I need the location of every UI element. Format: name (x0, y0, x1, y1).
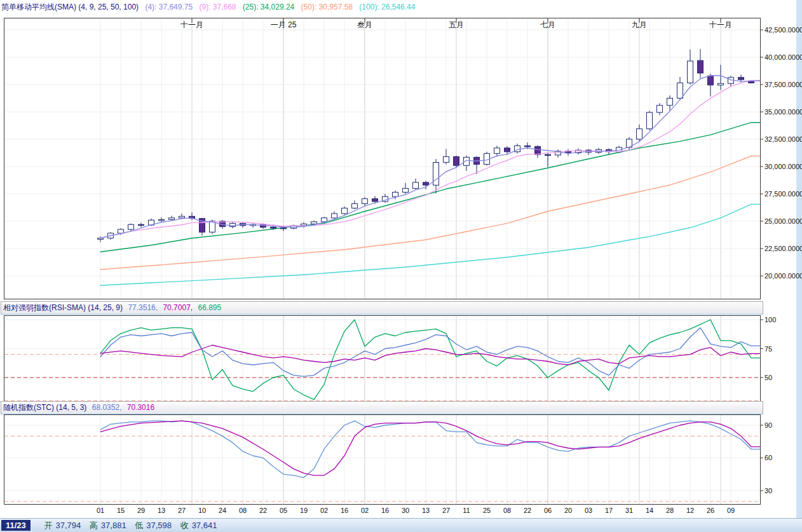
y-axis-label: 25,000.0000 (765, 217, 802, 225)
candle-up (494, 148, 500, 154)
date-label: 29 (137, 507, 145, 514)
rsi-value-main: 77.3516, (128, 303, 158, 312)
date-label: 22 (524, 507, 531, 514)
candle-up (657, 106, 663, 113)
date-label: 13 (422, 507, 430, 514)
chart-canvas[interactable]: 十一月一月 25叁月五月七月九月十一月011529132710240822051… (0, 0, 802, 532)
candle-down (423, 182, 429, 185)
candle-down (738, 78, 744, 79)
candle-down (505, 148, 510, 152)
ohlc-readout: 开37,794 高37,881 低37,598 收37,641 (37, 519, 217, 532)
candle-up (718, 83, 724, 85)
sma25-value: (25): 34,029.24 (243, 3, 294, 11)
rsi-header-bar: 相对强弱指数(RSI-SMA) (14, 25, 9) 77.3516, 70.… (1, 301, 763, 315)
date-label: 14 (646, 507, 653, 514)
candle-up (637, 129, 642, 139)
y-axis-label: 37,500.0000 (765, 81, 802, 88)
candle-down (698, 60, 703, 73)
stc-axis-label: 30 (765, 487, 772, 494)
candle-up (393, 192, 398, 196)
candle-up (403, 188, 409, 192)
candle-down (545, 154, 551, 156)
date-label: 27 (442, 507, 450, 514)
candle-up (301, 224, 307, 226)
candle-down (271, 228, 276, 229)
date-label: 09 (727, 507, 735, 514)
candle-up (647, 113, 653, 129)
date-label: 27 (178, 507, 186, 514)
candle-down (372, 199, 378, 201)
candle-down (708, 76, 714, 85)
close-label: 收 (180, 521, 189, 530)
rsi-main-line (100, 328, 760, 377)
date-label: 16 (341, 507, 348, 514)
date-label: 01 (97, 507, 104, 514)
rsi-axis-label: 100 (765, 316, 776, 324)
candle-down (525, 146, 531, 147)
y-axis-label: 32,500.0000 (765, 135, 802, 143)
rsi-axis-label: 50 (765, 374, 772, 381)
date-label: 24 (219, 507, 226, 514)
candle-up (688, 61, 693, 83)
date-label: 02 (361, 507, 369, 514)
y-axis-label: 30,000.0000 (765, 163, 802, 170)
stc-value-signal: 70.3016 (127, 403, 154, 412)
candle-up (362, 199, 368, 204)
status-date-badge: 11/23 (1, 520, 31, 531)
stc-axis-label: 60 (765, 454, 772, 461)
date-label: 30 (402, 507, 409, 514)
candle-down (281, 228, 287, 229)
panel-border (4, 18, 761, 299)
candle-up (128, 224, 134, 229)
candle-up (118, 229, 124, 233)
candle-up (169, 218, 175, 220)
date-label: 08 (503, 507, 511, 514)
month-label: 叁月 (357, 20, 372, 29)
rsi-fast-line (100, 320, 760, 400)
date-label: 17 (605, 507, 613, 514)
sma100-value: (100): 26,546.44 (359, 3, 415, 11)
date-label: 06 (544, 507, 552, 514)
date-label: 12 (686, 507, 694, 514)
date-label: 19 (300, 507, 308, 514)
trading-chart-window: 十一月一月 25叁月五月七月九月十一月011529132710240822051… (0, 0, 802, 532)
date-label: 15 (117, 507, 125, 514)
month-label: 九月 (632, 20, 647, 29)
stc-signal-line (100, 421, 760, 475)
candle-up (667, 99, 673, 106)
rsi-slow-line (100, 345, 760, 365)
low-value: 37,598 (146, 521, 172, 530)
sma4-line (100, 76, 760, 238)
candle-up (444, 157, 449, 163)
stc-axis-label: 90 (765, 421, 772, 429)
sma100-line (100, 204, 760, 285)
candle-up (342, 208, 348, 214)
y-axis-label: 27,500.0000 (765, 190, 802, 198)
sma50-line (100, 156, 760, 270)
candle-down (139, 224, 144, 226)
date-label: 22 (259, 507, 267, 514)
date-label: 20 (564, 507, 572, 514)
sma-legend-title: 简单移动平均线(SMA) (4, 9, 25, 50, 100) (1, 3, 139, 11)
date-label: 16 (381, 507, 389, 514)
low-label: 低 (135, 521, 143, 530)
candle-up (433, 163, 439, 186)
candle-up (413, 182, 419, 189)
candle-up (311, 222, 317, 224)
panel-border (4, 316, 761, 402)
sma9-line (100, 81, 760, 238)
candle-up (179, 216, 185, 218)
candle-up (677, 83, 683, 98)
date-label: 13 (158, 507, 165, 514)
month-label: 五月 (449, 20, 464, 29)
y-axis-label: 42,500.0000 (765, 26, 802, 34)
rsi-axis-label: 75 (765, 345, 772, 353)
date-label: 02 (320, 507, 328, 514)
y-axis-label: 20,000.0000 (765, 272, 802, 280)
high-label: 高 (90, 521, 98, 530)
candle-up (352, 204, 358, 208)
candle-down (454, 157, 459, 166)
rsi-value-fast: 66.895 (198, 303, 222, 312)
month-label: 一月 25 (271, 20, 297, 29)
y-axis-label: 35,000.0000 (765, 108, 802, 116)
